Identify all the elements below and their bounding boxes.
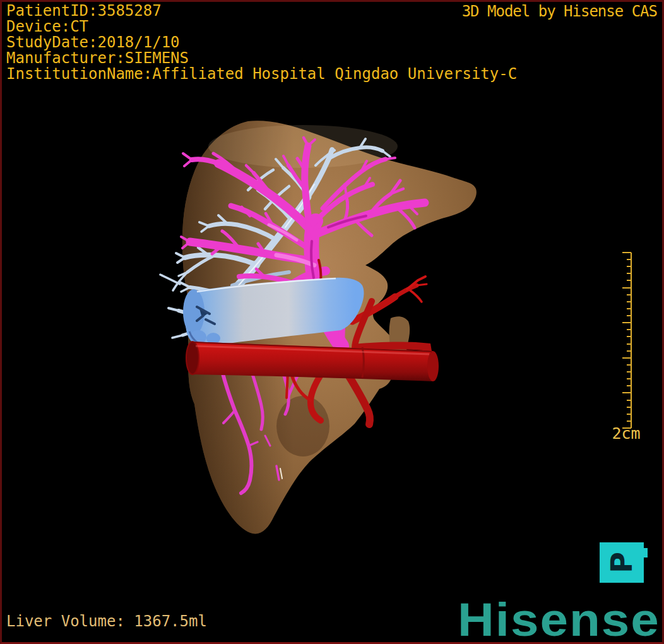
hisense-logo: Hisense bbox=[458, 593, 664, 644]
liver-volume-label: Liver Volume: 1367.5ml bbox=[6, 614, 207, 629]
orientation-marker-letter: P bbox=[607, 552, 636, 573]
patient-id: PatientID:3585287 bbox=[6, 2, 162, 20]
scale-label: 2cm bbox=[608, 426, 644, 441]
device: Device:CT bbox=[6, 18, 88, 35]
model-viewport[interactable] bbox=[2, 2, 662, 642]
cas-3d-viewer-window: PatientID:3585287 Device:CT StudyDate:20… bbox=[0, 0, 664, 644]
scale-ruler bbox=[608, 248, 646, 438]
manufacturer: Manufacturer:SIEMENS bbox=[6, 49, 189, 67]
study-date: StudyDate:2018/1/10 bbox=[6, 33, 180, 51]
orientation-marker-tab bbox=[644, 548, 648, 558]
ruler-ticks bbox=[622, 253, 631, 428]
model-title: 3D Model by Hisense CAS bbox=[462, 4, 657, 20]
orientation-marker: P bbox=[600, 542, 644, 583]
institution-name: InstitutionName:Affiliated Hospital Qing… bbox=[6, 65, 517, 83]
liver-3d-scene bbox=[2, 2, 662, 642]
patient-info-block: PatientID:3585287 Device:CT StudyDate:20… bbox=[6, 3, 517, 82]
